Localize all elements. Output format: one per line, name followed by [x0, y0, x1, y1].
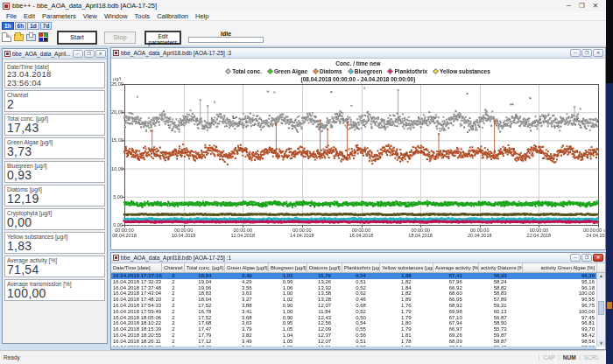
column-header-yellow-substances-g-l[interactable]: Yellow substances [µg/l]: [380, 263, 433, 272]
table-cell: 13,26: [307, 279, 342, 285]
table-row[interactable]: 16.04.2018 18:10:22217,683,630,9512,560,…: [111, 320, 596, 326]
table-cell: 0,62: [342, 290, 380, 297]
column-header-diatoms-g-l[interactable]: Diatoms [µg/l]: [307, 263, 342, 272]
close-icon[interactable]: ✕: [95, 50, 106, 58]
table-cell: 18,84: [185, 273, 225, 279]
table-row[interactable]: 16.04.2018 17:37:48219,063,561,0613,920,…: [111, 285, 596, 291]
toolbar: Start Stop Edit parameters Idle: [0, 30, 606, 46]
scroll-down-icon[interactable]: ▼: [597, 340, 605, 346]
edit-parameters-button[interactable]: Edit parameters: [144, 31, 181, 45]
diamond-icon: [267, 68, 273, 74]
table-cell: 1,88: [379, 273, 433, 279]
menu-item-edit[interactable]: Edit: [20, 12, 39, 20]
x-tick-label: 00:00:0012.04.2018: [223, 228, 262, 238]
table-cell: 13,58: [307, 290, 342, 297]
table-cell: 19,04: [185, 279, 225, 285]
table-scrollbar[interactable]: ▲ ▼: [596, 273, 605, 346]
measurement-panel-window: bbe_AOA_data_April... ─ ❐ ✕ Date/Time [d…: [2, 48, 108, 344]
column-header-activity-green-algae[interactable]: activity Green Algae [%]: [523, 263, 597, 272]
field-label: Channel: [7, 92, 102, 98]
start-button[interactable]: Start: [57, 31, 97, 45]
menu-item-view[interactable]: View: [80, 12, 101, 20]
open-folder-icon[interactable]: [14, 34, 24, 41]
column-header-activity-diatoms[interactable]: activity Diatoms [%]: [479, 263, 523, 272]
table-cell: 4,29: [225, 279, 269, 285]
column-header-bluegreen-g-l[interactable]: Bluegreen [µg/l]: [269, 263, 307, 272]
table-cell: 0,95: [269, 320, 307, 326]
table-cell: 100,00: [522, 309, 596, 315]
maximize-icon[interactable]: ❐: [581, 254, 592, 262]
table-row[interactable]: 16.04.2018 18:15:39217,473,791,0512,090,…: [111, 326, 596, 332]
table-row[interactable]: 16.04.2018 18:05:06217,523,680,9012,430,…: [111, 315, 596, 321]
chart-window-titlebar[interactable]: bbe_AOA_data_April18.bdb [AOA-17-25] :3 …: [111, 48, 605, 59]
status-input[interactable]: [188, 37, 264, 43]
table-cell: 16.04.2018 17:27:16: [111, 273, 162, 279]
column-header-date-time-date[interactable]: Date/Time [date]: [111, 263, 162, 272]
table-cell: 16.04.2018 18:15:39: [111, 326, 162, 332]
table-cell: 0,55: [342, 326, 380, 332]
bbe-application-window: bbe++ - bbe_AOA_data_April18.bdb [AOA-17…: [0, 0, 613, 364]
table-row[interactable]: 16.04.2018 17:27:16218,843,491,0111,790,…: [111, 273, 596, 279]
measurement-panel-title: bbe_AOA_data_April...: [12, 51, 71, 57]
menu-item-file[interactable]: File: [3, 12, 20, 20]
menu-item-tools[interactable]: Tools: [131, 12, 154, 20]
minimize-icon[interactable]: ─: [570, 254, 581, 262]
table-row[interactable]: 16.04.2018 17:59:49216,783,411,0011,840,…: [111, 309, 596, 315]
time-button-1h[interactable]: 1h: [2, 22, 14, 30]
close-icon[interactable]: ✕: [593, 49, 603, 57]
table-window-titlebar[interactable]: bbe_AOA_data_April18.bdb [AOA-17-25] :1 …: [111, 253, 605, 263]
colors-icon[interactable]: [39, 32, 48, 42]
table-cell: 1,06: [269, 285, 307, 291]
column-header-average-activity[interactable]: Average activity [%]: [433, 263, 479, 272]
table-cell: 19,06: [185, 285, 225, 291]
table-row[interactable]: 16.04.2018 18:26:11217,123,491,0512,070,…: [111, 339, 596, 345]
column-header-total-conc-g-l[interactable]: Total conc. [µg/l]: [185, 263, 225, 272]
table-cell: 17,52: [185, 303, 225, 309]
table-cell: 1,05: [269, 326, 307, 332]
table-cell: 100,00: [522, 290, 596, 297]
table-cell: 58,82: [478, 285, 522, 291]
diamond-icon: [313, 68, 319, 74]
table-row[interactable]: 16.04.2018 17:48:20218,043,271,0213,280,…: [111, 297, 596, 303]
background-window-edge: [607, 302, 612, 309]
status-key-cap: CAP: [539, 354, 558, 360]
measurement-panel-titlebar[interactable]: bbe_AOA_data_April... ─ ❐ ✕: [3, 49, 107, 60]
table-cell: 0,99: [269, 279, 307, 285]
new-file-icon[interactable]: [2, 32, 11, 42]
time-button-7d[interactable]: 7d: [40, 22, 53, 30]
column-header-channel[interactable]: Channel: [162, 263, 185, 272]
table-cell: 3,41: [225, 309, 269, 315]
menu-item-help[interactable]: Help: [192, 12, 212, 20]
field-channel: Channel2: [4, 90, 105, 112]
table-row[interactable]: 16.04.2018 17:54:33217,523,880,9012,070,…: [111, 303, 596, 309]
minimize-icon[interactable]: ─: [570, 49, 581, 57]
stop-button[interactable]: Stop: [104, 32, 136, 44]
table-cell: 18,04: [185, 297, 225, 303]
toolbar-icons: [2, 31, 48, 42]
scrollbar-thumb[interactable]: [598, 301, 604, 315]
table-row[interactable]: 16.04.2018 17:43:04218,833,631,0013,580,…: [111, 290, 596, 297]
menu-item-window[interactable]: Window: [101, 12, 131, 20]
table-row[interactable]: 16.04.2018 17:32:33219,044,290,9913,260,…: [111, 279, 596, 285]
column-header-planktothrix-g-l[interactable]: Planktothrix [µg/l]: [342, 263, 380, 272]
time-button-6h[interactable]: 6h: [15, 22, 27, 30]
close-icon[interactable]: ✕: [593, 254, 603, 262]
maximize-icon[interactable]: ❐: [84, 50, 95, 58]
close-icon[interactable]: ✕: [593, 2, 598, 10]
menu-item-parameters[interactable]: Parameters: [39, 12, 80, 20]
minimize-icon[interactable]: ─: [73, 50, 83, 58]
column-header-green-algae-g-l[interactable]: Green Algae [µg/l]: [225, 263, 269, 272]
table-row[interactable]: 16.04.2018 18:20:55217,793,821,0412,370,…: [111, 332, 596, 339]
time-button-1d[interactable]: 1d: [27, 22, 39, 30]
minimize-icon[interactable]: ─: [567, 2, 571, 10]
maximize-icon[interactable]: ❐: [579, 2, 585, 10]
table-cell: 0,52: [342, 285, 380, 291]
chart-window-title: bbe_AOA_data_April18.bdb [AOA-17-25] :3: [121, 50, 231, 56]
table-cell: 1,81: [379, 332, 433, 339]
table-cell: 0,50: [342, 315, 380, 321]
print-icon[interactable]: [26, 34, 36, 41]
menu-item-calibration[interactable]: Calibration: [153, 12, 192, 20]
maximize-icon[interactable]: ❐: [581, 49, 592, 57]
table-cell: 12,07: [307, 303, 342, 309]
scroll-up-icon[interactable]: ▲: [597, 273, 605, 279]
